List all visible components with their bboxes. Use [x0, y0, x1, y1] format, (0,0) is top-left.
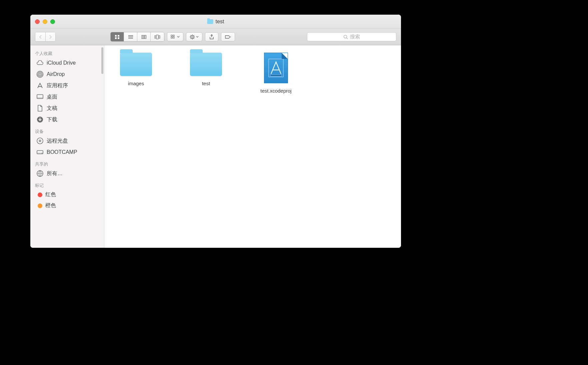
- svg-rect-3: [118, 37, 119, 39]
- folder-icon: [120, 53, 152, 76]
- svg-rect-8: [143, 35, 145, 39]
- svg-point-27: [344, 35, 347, 38]
- sidebar-item-documents[interactable]: 文稿: [30, 103, 104, 114]
- svg-line-24: [194, 38, 194, 39]
- tag-icon: [225, 35, 231, 39]
- documents-icon: [36, 105, 44, 112]
- sidebar-item-tag-orange[interactable]: 橙色: [30, 200, 104, 211]
- cloud-icon: [36, 59, 44, 67]
- sidebar-item-label: 文稿: [47, 105, 57, 112]
- sidebar-item-tag-red[interactable]: 红色: [30, 189, 104, 200]
- desktop-icon: [36, 93, 44, 101]
- minimize-button[interactable]: [43, 19, 47, 24]
- svg-rect-14: [173, 35, 174, 36]
- drive-icon: [36, 149, 44, 156]
- sidebar-section-favorites: 个人收藏: [30, 47, 104, 57]
- list-view-button[interactable]: [124, 32, 137, 41]
- svg-rect-42: [270, 75, 282, 76]
- file-label: images: [128, 81, 144, 86]
- view-mode-segmented: [110, 32, 164, 42]
- sidebar-item-label: 橙色: [45, 202, 56, 209]
- svg-point-30: [38, 72, 42, 77]
- downloads-icon: [36, 116, 44, 123]
- svg-rect-11: [156, 35, 158, 39]
- xcodeproj-icon: [264, 53, 288, 83]
- columns-icon: [141, 35, 147, 39]
- toolbar: 搜索: [30, 29, 401, 45]
- svg-line-28: [347, 38, 348, 39]
- file-browser[interactable]: images test test.xcodeproj: [104, 45, 401, 248]
- sidebar-item-remote-disc[interactable]: 远程光盘: [30, 135, 104, 147]
- svg-rect-5: [128, 37, 133, 37]
- file-label: test.xcodeproj: [260, 88, 291, 94]
- svg-line-26: [194, 35, 194, 36]
- sidebar-item-label: 下载: [47, 116, 57, 123]
- sidebar-item-label: iCloud Drive: [47, 60, 76, 66]
- grid-icon: [115, 35, 120, 39]
- search-field[interactable]: 搜索: [307, 32, 396, 41]
- svg-point-36: [39, 140, 41, 142]
- tag-dot-icon: [38, 192, 42, 197]
- file-item-folder[interactable]: test: [181, 53, 231, 86]
- forward-button[interactable]: [45, 32, 55, 41]
- chevron-right-icon: [49, 35, 52, 39]
- sidebar-item-label: 所有…: [47, 170, 63, 177]
- svg-point-35: [37, 138, 43, 144]
- titlebar: test: [30, 15, 401, 29]
- sidebar-section-tags: 标记: [30, 179, 104, 189]
- svg-rect-6: [128, 38, 133, 39]
- column-view-button[interactable]: [137, 32, 151, 41]
- search-icon: [343, 35, 348, 39]
- tags-button[interactable]: [221, 32, 235, 41]
- svg-rect-12: [159, 36, 160, 38]
- action-button[interactable]: [186, 32, 202, 41]
- svg-rect-10: [155, 36, 156, 38]
- svg-line-25: [191, 38, 191, 39]
- sidebar-item-label: 红色: [45, 191, 56, 198]
- chevron-down-icon: [177, 36, 180, 38]
- chevron-down-icon: [196, 36, 199, 38]
- sidebar-item-downloads[interactable]: 下载: [30, 114, 104, 125]
- share-icon: [209, 34, 214, 40]
- sidebar-item-desktop[interactable]: 桌面: [30, 91, 104, 103]
- svg-rect-13: [171, 35, 172, 36]
- folder-icon: [207, 19, 213, 24]
- sidebar-item-network[interactable]: 所有…: [30, 168, 104, 179]
- sidebar-item-label: 远程光盘: [47, 138, 68, 145]
- sidebar-section-shared: 共享的: [30, 158, 104, 168]
- sidebar-item-label: 应用程序: [47, 82, 68, 89]
- network-icon: [36, 170, 44, 177]
- sidebar-item-airdrop[interactable]: AirDrop: [30, 69, 104, 80]
- icon-view-button[interactable]: [111, 32, 124, 41]
- sidebar-item-label: 桌面: [47, 94, 57, 101]
- sidebar-item-icloud[interactable]: iCloud Drive: [30, 57, 104, 69]
- zoom-button[interactable]: [50, 19, 55, 24]
- file-label: test: [202, 81, 210, 86]
- file-item-xcodeproj[interactable]: test.xcodeproj: [251, 53, 301, 94]
- coverflow-icon: [154, 35, 160, 39]
- list-icon: [128, 35, 133, 39]
- back-button[interactable]: [35, 32, 45, 41]
- window-title: test: [207, 19, 224, 25]
- coverflow-view-button[interactable]: [151, 32, 164, 41]
- sidebar-section-devices: 设备: [30, 125, 104, 135]
- share-button[interactable]: [205, 32, 218, 41]
- svg-rect-4: [128, 35, 133, 36]
- svg-rect-9: [145, 35, 146, 39]
- chevron-left-icon: [39, 35, 42, 39]
- window-title-text: test: [216, 19, 224, 25]
- nav-buttons: [35, 32, 56, 42]
- svg-rect-1: [118, 35, 119, 37]
- sidebar-item-label: BOOTCAMP: [47, 149, 77, 155]
- svg-point-18: [192, 36, 193, 37]
- svg-line-23: [191, 35, 191, 36]
- sidebar-item-bootcamp[interactable]: BOOTCAMP: [30, 147, 104, 158]
- close-button[interactable]: [35, 19, 40, 24]
- finder-window: test: [30, 15, 401, 248]
- gear-icon: [190, 34, 195, 40]
- sidebar-item-label: AirDrop: [47, 71, 65, 77]
- traffic-lights: [30, 19, 55, 24]
- arrange-button[interactable]: [167, 32, 183, 41]
- file-item-folder[interactable]: images: [111, 53, 161, 86]
- sidebar-item-applications[interactable]: 应用程序: [30, 80, 104, 91]
